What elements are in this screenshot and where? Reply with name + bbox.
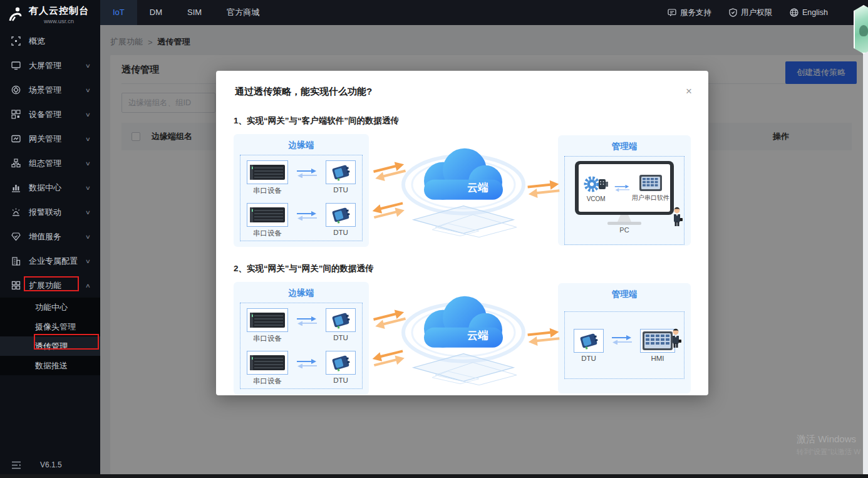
version-label: V6.1.5	[40, 460, 62, 469]
serial-device-icon	[247, 160, 288, 184]
tab-iot[interactable]: IoT	[100, 0, 137, 25]
sidebar-item-enterprise[interactable]: 企业专属配置 ∨	[0, 249, 100, 273]
svg-text:云端: 云端	[467, 182, 488, 194]
data-center-icon	[11, 183, 21, 193]
language-button[interactable]: English	[790, 8, 828, 17]
bidirectional-arrow-icon	[296, 316, 318, 328]
big-screen-icon	[11, 61, 21, 71]
app-root: 有人云控制台 www.usr.cn 概览 大屏管理 ∨ 场景管理 ∨	[0, 0, 868, 478]
topbar: IoT DM SIM 官方商城 服务支持 用户权限 English	[100, 0, 868, 25]
bidirectional-arrow-icon	[614, 184, 630, 192]
collapse-sidebar-icon[interactable]	[11, 461, 21, 469]
globe-icon	[790, 8, 798, 17]
sidebar-item-valueadded[interactable]: 增值服务 ∨	[0, 224, 100, 249]
diagram-gateway-to-client: 边缘端 串口设备	[234, 134, 691, 247]
value-service-icon	[11, 232, 21, 242]
user-serial-software-icon	[639, 174, 663, 193]
sidebar-item-screen[interactable]: 大屏管理 ∨	[0, 53, 100, 78]
submenu-item-function-center[interactable]: 功能中心	[0, 298, 100, 317]
alarm-icon	[11, 207, 21, 217]
dtu-device-icon	[326, 160, 356, 184]
gateway-icon	[11, 134, 21, 144]
dtu-device-icon	[326, 308, 356, 332]
sidebar-menu: 概览 大屏管理 ∨ 场景管理 ∨ 设备管理 ∨ 网关管理 ∨	[0, 29, 100, 298]
pc-monitor-illustration: VCOM	[575, 161, 674, 225]
section1-heading: 1、实现“网关”与“客户端软件”间的数据透传	[234, 115, 691, 127]
tab-sim[interactable]: SIM	[175, 0, 214, 25]
tab-mall[interactable]: 官方商城	[214, 0, 272, 25]
sidebar-item-device[interactable]: 设备管理 ∨	[0, 102, 100, 127]
bidirectional-arrow-icon	[609, 335, 634, 347]
bottom-strip	[0, 474, 868, 478]
submenu-item-camera[interactable]: 摄像头管理	[0, 317, 100, 336]
support-button[interactable]: 服务支持	[668, 8, 711, 18]
user-avatar[interactable]	[854, 5, 868, 54]
brand-logo[interactable]: 有人云控制台 www.usr.cn	[0, 0, 100, 29]
person-illustration	[671, 207, 683, 229]
submenu-item-passthrough[interactable]: 透传管理	[0, 336, 100, 356]
close-icon[interactable]: ×	[686, 86, 692, 96]
tab-dm[interactable]: DM	[137, 0, 175, 25]
dtu-device-icon	[326, 203, 356, 227]
bidirectional-arrow-icon	[296, 358, 318, 371]
configuration-icon	[11, 158, 21, 169]
permissions-button[interactable]: 用户权限	[729, 8, 772, 18]
enterprise-icon	[11, 256, 21, 266]
sidebar-item-overview[interactable]: 概览	[0, 29, 100, 53]
manage-panel-1: 管理端	[558, 135, 691, 246]
manage-panel-2: 管理端 DTU	[558, 283, 691, 393]
brand-title: 有人云控制台	[29, 5, 89, 17]
vcom-icon	[584, 174, 609, 195]
serial-device-icon	[247, 203, 288, 227]
sidebar-submenu-extensions: 功能中心 摄像头管理 透传管理 数据推送	[0, 298, 100, 375]
diagram-gateway-to-gateway: 边缘端 串口设备	[234, 282, 691, 395]
sidebar: 有人云控制台 www.usr.cn 概览 大屏管理 ∨ 场景管理 ∨	[0, 0, 100, 474]
scene-icon	[11, 85, 21, 95]
top-tabs: IoT DM SIM 官方商城	[100, 0, 272, 25]
sidebar-item-gateway[interactable]: 网关管理 ∨	[0, 127, 100, 151]
section2-heading: 2、实现“网关”与“网关”间的数据透传	[234, 263, 691, 274]
modal-title: 通过透传策略，能实现什么功能?	[235, 86, 372, 98]
shield-icon	[729, 8, 737, 17]
person-illustration	[670, 328, 681, 351]
bidirectional-arrow-icon	[296, 210, 318, 223]
cloud-illustration: 云端	[385, 284, 542, 389]
windows-watermark: 激活 Windows 转到“设置”以激活 W	[797, 434, 868, 457]
sidebar-item-datacenter[interactable]: 数据中心 ∨	[0, 175, 100, 200]
chat-icon	[668, 9, 676, 17]
dtu-device-icon	[326, 351, 356, 375]
page-scrollbar[interactable]	[863, 25, 868, 474]
cloud-illustration: 云端	[385, 136, 542, 241]
svg-text:云端: 云端	[467, 330, 488, 341]
overview-icon	[11, 36, 21, 46]
submenu-item-datapush[interactable]: 数据推送	[0, 356, 100, 375]
passthrough-help-modal: 通过透传策略，能实现什么功能? × 1、实现“网关”与“客户端软件”间的数据透传…	[216, 71, 708, 395]
sidebar-item-config[interactable]: 组态管理 ∨	[0, 151, 100, 175]
extensions-icon	[11, 281, 21, 291]
edge-panel-1: 边缘端 串口设备	[234, 134, 369, 247]
bidirectional-arrow-icon	[296, 168, 318, 180]
serial-device-icon	[247, 351, 288, 375]
sidebar-item-alarm[interactable]: 报警联动 ∨	[0, 200, 100, 224]
serial-device-icon	[247, 308, 288, 332]
sidebar-item-scene[interactable]: 场景管理 ∨	[0, 78, 100, 102]
dtu-device-icon	[574, 329, 604, 353]
edge-panel-2: 边缘端 串口设备	[234, 282, 369, 395]
usr-logo-icon	[8, 6, 24, 23]
device-icon	[11, 110, 21, 120]
brand-url: www.usr.cn	[29, 18, 89, 24]
sidebar-item-extensions[interactable]: 扩展功能 ∧	[0, 273, 100, 298]
